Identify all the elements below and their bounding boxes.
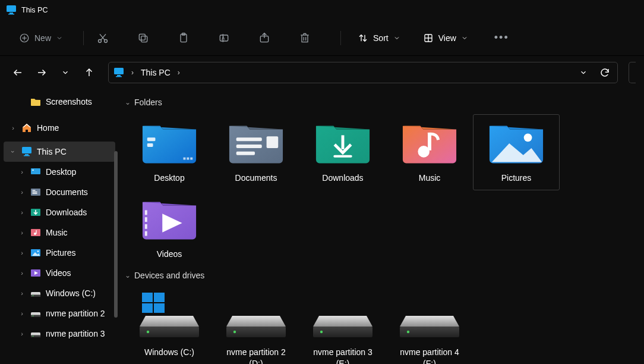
drive-icon	[223, 291, 289, 340]
pc-icon	[113, 67, 124, 78]
tile-label: Music	[419, 172, 441, 184]
forward-button[interactable]	[32, 63, 51, 82]
svg-rect-64	[145, 224, 147, 229]
more-button[interactable]: •••	[488, 27, 515, 49]
videos-folder-icon	[140, 194, 198, 240]
view-label: View	[438, 33, 456, 43]
breadcrumb-seg[interactable]: This PC	[141, 68, 171, 77]
sort-label: Sort	[373, 33, 389, 43]
sidebar-item-screenshots[interactable]: Screenshots	[4, 92, 115, 112]
svg-rect-14	[139, 34, 145, 40]
share-button[interactable]	[252, 27, 276, 49]
svg-rect-48	[147, 143, 153, 147]
recent-button[interactable]	[56, 63, 75, 82]
sidebar-item-nvme3[interactable]: › nvme partition 3	[4, 324, 115, 344]
sidebar-item-this-pc[interactable]: › This PC	[4, 142, 115, 162]
cut-button[interactable]	[91, 27, 115, 49]
drive-icon	[30, 328, 41, 339]
svg-marker-77	[313, 316, 372, 327]
folder-tile-downloads[interactable]: Downloads	[299, 114, 386, 190]
sidebar-label: Windows (C:)	[45, 288, 96, 298]
sidebar-item-videos[interactable]: › Videos	[4, 263, 115, 283]
svg-rect-62	[145, 210, 147, 215]
home-icon	[21, 123, 32, 133]
main-pane: ⌄ Folders Desktop Documents	[119, 89, 644, 364]
body: Screenshots › Home › This PC › Desktop ›	[0, 89, 644, 364]
view-button[interactable]: View	[417, 27, 474, 49]
svg-rect-47	[147, 137, 156, 141]
sidebar-label: Screenshots	[45, 97, 92, 106]
svg-point-76	[233, 331, 236, 333]
sidebar-item-windows-c[interactable]: › Windows (C:)	[4, 283, 115, 303]
search-input[interactable]	[629, 62, 636, 83]
drive-icon	[30, 288, 41, 299]
sidebar-item-documents[interactable]: › Documents	[4, 182, 115, 202]
group-header-folders[interactable]: ⌄ Folders	[124, 94, 644, 114]
folder-tile-music[interactable]: Music	[386, 114, 473, 190]
folder-tile-pictures[interactable]: Pictures	[473, 114, 560, 190]
desktop-icon	[30, 167, 41, 177]
svg-marker-71	[140, 316, 199, 327]
drive-icon	[396, 291, 463, 340]
folder-tile-documents[interactable]: Documents	[213, 114, 299, 190]
address-bar[interactable]: › This PC ›	[108, 62, 618, 83]
svg-rect-63	[145, 217, 147, 222]
chevron-right-icon[interactable]: ›	[178, 68, 180, 77]
new-button[interactable]: New	[13, 27, 69, 49]
svg-point-73	[147, 331, 149, 333]
svg-rect-67	[142, 293, 153, 302]
sidebar-label: Documents	[45, 187, 88, 197]
drive-tile-windows[interactable]: Windows (C:)	[126, 287, 213, 364]
delete-button[interactable]	[293, 27, 317, 49]
group-label: Devices and drives	[134, 271, 204, 280]
videos-icon	[30, 268, 41, 278]
refresh-button[interactable]	[599, 67, 610, 78]
chevron-right-icon[interactable]: ›	[131, 68, 134, 77]
back-button[interactable]	[8, 63, 27, 82]
sidebar-item-home[interactable]: › Home	[4, 118, 115, 138]
chevron-down-icon[interactable]	[579, 68, 588, 77]
svg-rect-35	[33, 192, 37, 192]
more-icon: •••	[494, 32, 509, 44]
svg-rect-51	[190, 158, 192, 160]
svg-point-60	[524, 133, 532, 142]
sidebar-label: Downloads	[45, 208, 87, 217]
drive-icon	[310, 291, 376, 340]
group-header-drives[interactable]: ⌄ Devices and drives	[124, 267, 644, 287]
paste-button[interactable]	[172, 27, 195, 49]
documents-icon	[30, 187, 41, 197]
pictures-icon	[30, 247, 41, 258]
sidebar-label: Videos	[45, 268, 71, 278]
sidebar-label: Music	[45, 228, 68, 237]
svg-rect-50	[187, 158, 189, 160]
sidebar-item-pictures[interactable]: › Pictures	[4, 243, 115, 263]
folder-tile-desktop[interactable]: Desktop	[126, 114, 213, 190]
drive-tile-nvme4[interactable]: nvme partition 4(F:)	[386, 287, 473, 364]
copy-button[interactable]	[131, 27, 155, 49]
svg-marker-80	[400, 316, 459, 327]
svg-rect-68	[154, 293, 165, 302]
drives-grid: Windows (C:) nvme partition 2(D:) nvme p…	[124, 287, 644, 364]
sidebar-item-nvme2[interactable]: › nvme partition 2	[4, 303, 115, 324]
svg-point-10	[105, 39, 108, 42]
up-button[interactable]	[80, 63, 99, 82]
folder-tile-videos[interactable]: Videos	[126, 190, 213, 266]
svg-rect-34	[33, 190, 36, 191]
group-label: Folders	[134, 98, 162, 107]
tile-label: nvme partition 3(E:)	[313, 347, 372, 364]
sidebar-item-desktop[interactable]: › Desktop	[4, 162, 115, 182]
svg-rect-52	[236, 137, 262, 141]
sidebar-item-downloads[interactable]: › Downloads	[4, 202, 115, 222]
drive-tile-nvme2[interactable]: nvme partition 2(D:)	[213, 287, 299, 364]
sidebar-item-music[interactable]: › Music	[4, 222, 115, 243]
rename-button[interactable]: A	[212, 27, 236, 49]
svg-rect-57	[333, 155, 352, 158]
tile-label: nvme partition 2(D:)	[226, 347, 286, 364]
sidebar-scrollbar[interactable]	[114, 151, 118, 318]
svg-rect-39	[31, 229, 40, 236]
sort-button[interactable]: Sort	[352, 27, 406, 49]
sidebar-label: Home	[36, 123, 59, 133]
tile-label: Windows (C:)	[144, 347, 194, 358]
drive-tile-nvme3[interactable]: nvme partition 3(E:)	[299, 287, 386, 364]
titlebar: This PC	[0, 0, 644, 20]
